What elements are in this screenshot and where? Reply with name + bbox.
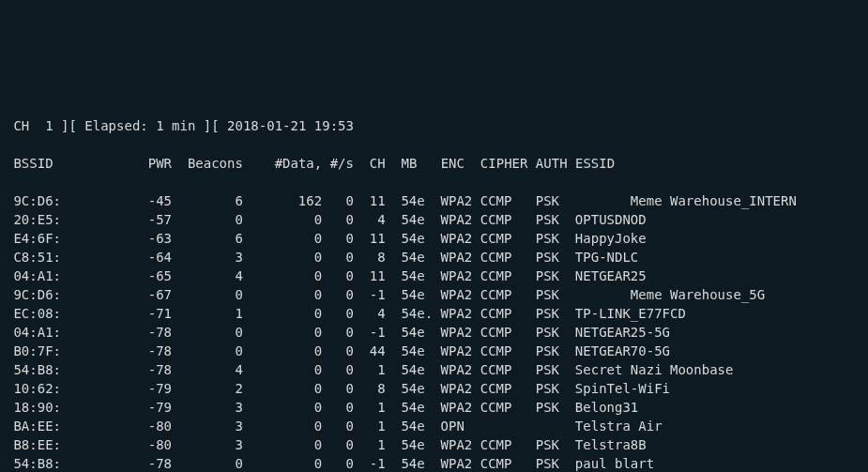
ap-row: B8:EE: -80 3 0 0 1 54e WPA2 CCMP PSK Tel… (6, 437, 647, 452)
ap-table-body: 9C:D6: -45 6 162 0 11 54e WPA2 CCMP PSK … (6, 191, 862, 472)
ap-row: 10:62: -79 2 0 0 8 54e WPA2 CCMP PSK Spi… (6, 381, 670, 396)
ap-row: 04:A1: -78 0 0 0 -1 54e WPA2 CCMP PSK NE… (6, 325, 670, 340)
ap-row: B0:7F: -78 0 0 0 44 54e WPA2 CCMP PSK NE… (6, 343, 670, 358)
ap-row: 9C:D6: -45 6 162 0 11 54e WPA2 CCMP PSK … (6, 193, 797, 208)
terminal-screen: CH 1 ][ Elapsed: 1 min ][ 2018-01-21 19:… (0, 94, 868, 472)
ap-row: 9C:D6: -67 0 0 0 -1 54e WPA2 CCMP PSK Me… (6, 287, 765, 302)
ap-row: 54:B8: -78 0 0 0 -1 54e WPA2 CCMP PSK pa… (6, 456, 654, 471)
ap-row: C8:51: -64 3 0 0 8 54e WPA2 CCMP PSK TPG… (6, 250, 638, 265)
ap-row: E4:6F: -63 6 0 0 11 54e WPA2 CCMP PSK Ha… (6, 231, 647, 246)
ap-row: 20:E5: -57 0 0 0 4 54e WPA2 CCMP PSK OPT… (6, 212, 647, 227)
ap-header-row: BSSID PWR Beacons #Data, #/s CH MB ENC C… (6, 156, 615, 171)
ap-row: 54:B8: -78 4 0 0 1 54e WPA2 CCMP PSK Sec… (6, 362, 733, 377)
ap-row: 04:A1: -65 4 0 0 11 54e WPA2 CCMP PSK NE… (6, 268, 647, 283)
ap-row: 18:90: -79 3 0 0 1 54e WPA2 CCMP PSK Bel… (6, 400, 638, 415)
status-line: CH 1 ][ Elapsed: 1 min ][ 2018-01-21 19:… (6, 118, 354, 133)
ap-row: BA:EE: -80 3 0 0 1 54e OPN Telstra Air (6, 419, 662, 434)
ap-row: EC:08: -71 1 0 0 4 54e. WPA2 CCMP PSK TP… (6, 306, 686, 321)
